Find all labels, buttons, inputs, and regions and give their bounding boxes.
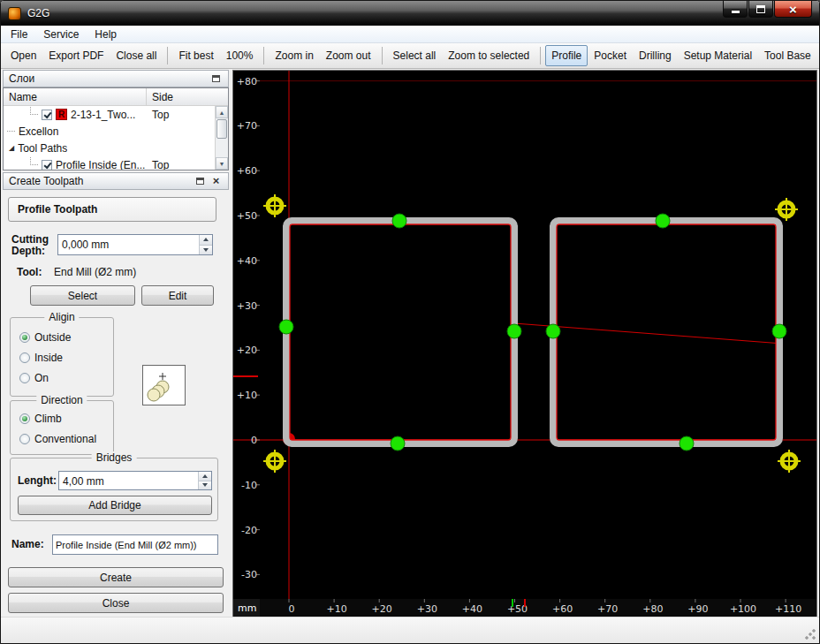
layer-name: 2-13-1_Two...	[71, 109, 135, 121]
minimize-button[interactable]	[723, 1, 748, 18]
layers-dock-title: Слои	[9, 72, 34, 85]
toolbar-button-profile[interactable]: Profile	[545, 45, 588, 66]
canvas-viewport[interactable]: 0+10+20+30+40+50+60+70+80+90+100+110+80+…	[233, 71, 816, 617]
layers-dock-float-button[interactable]	[209, 72, 223, 85]
cutting-depth-spinbox[interactable]: 0,000 mm	[57, 234, 213, 255]
tree-connector	[30, 157, 38, 165]
menu-service[interactable]: Service	[35, 27, 87, 42]
bridge-length-value[interactable]: 4,00 mm	[59, 472, 198, 489]
layer-visibility-checkbox[interactable]	[42, 110, 52, 120]
layers-scrollbar[interactable]: ▲ ▼	[215, 106, 228, 170]
y-ruler-label: +60	[237, 165, 257, 177]
close-icon: ×	[789, 3, 797, 16]
layer-row[interactable]: ◢Tool Paths	[4, 140, 228, 156]
maximize-icon	[756, 5, 765, 13]
radio-outside[interactable]: Outside	[19, 331, 113, 344]
close-panel-button[interactable]: Close	[8, 593, 224, 613]
toolbar-button-tool-base[interactable]: Tool Base	[758, 45, 817, 66]
spin-down-icon[interactable]	[200, 246, 212, 255]
toolbar-button-pocket[interactable]: Pocket	[588, 45, 633, 66]
align-group: Aligin Outside Inside On	[10, 317, 114, 397]
radio-conventional[interactable]: Conventional	[19, 433, 113, 445]
x-ruler-label: +60	[552, 603, 573, 615]
radio-checked-icon	[19, 332, 30, 343]
radio-label: Inside	[34, 352, 63, 364]
edit-tool-button[interactable]: Edit	[141, 285, 214, 306]
x-ruler-label: +100	[730, 603, 756, 615]
layer-name: Tool Paths	[18, 142, 67, 155]
radio-climb[interactable]: Climb	[19, 413, 113, 425]
layer-row[interactable]: R2-13-1_Two...Top	[4, 106, 228, 123]
layer-type-badge: R	[56, 109, 67, 120]
add-bridge-button[interactable]: Add Bridge	[18, 496, 212, 515]
layer-row[interactable]: Profile Inside (En...Top	[4, 156, 228, 170]
radio-on[interactable]: On	[19, 372, 113, 384]
select-tool-button[interactable]: Select	[30, 285, 135, 306]
toolbar-button-export-pdf[interactable]: Export PDF	[42, 45, 110, 66]
align-preview-image	[142, 365, 186, 405]
x-ruler-label: +20	[372, 603, 392, 615]
x-ruler-label: +30	[417, 603, 437, 615]
y-ruler-label: +50	[237, 210, 257, 222]
toolpath-dock-float-button[interactable]	[194, 175, 207, 187]
toolbar-separator	[167, 47, 168, 64]
toolbar-button-setup-material[interactable]: Setup Material	[678, 45, 758, 66]
column-header-name[interactable]: Name	[4, 88, 147, 105]
layer-visibility-checkbox[interactable]	[42, 160, 52, 170]
radio-label: On	[34, 372, 49, 384]
tree-expander-icon[interactable]: ◢	[9, 144, 14, 152]
toolbar-button-open[interactable]: Open	[4, 45, 42, 66]
bridge-length-spinbox[interactable]: 4,00 mm	[58, 471, 212, 490]
create-button[interactable]: Create	[8, 567, 224, 587]
titlebar[interactable]: G2G ×	[1, 1, 819, 26]
menu-file[interactable]: File	[3, 27, 35, 42]
toolbar-button-select-all[interactable]: Select all	[387, 45, 443, 66]
y-ruler-label: -20	[241, 525, 257, 536]
layer-name: Profile Inside (En...	[56, 159, 145, 171]
toolpath-dock-close-button[interactable]: ×	[209, 175, 223, 187]
resize-grip[interactable]	[804, 628, 816, 640]
toolbar-button-zoom-in[interactable]: Zoom in	[269, 45, 319, 66]
scroll-down-icon[interactable]: ▼	[216, 157, 228, 170]
toolbar-button-drilling[interactable]: Drilling	[633, 45, 678, 66]
layers-table: Name Side R2-13-1_Two...TopExcellon◢Tool…	[3, 87, 229, 170]
toolbar-button-fit-best[interactable]: Fit best	[172, 45, 219, 66]
tool-label: Tool:	[17, 266, 42, 278]
scroll-up-icon[interactable]: ▲	[216, 106, 228, 118]
spin-up-icon[interactable]	[200, 235, 212, 246]
radio-label: Conventional	[34, 433, 96, 445]
toolbar-button-zoom-out[interactable]: Zoom out	[320, 45, 377, 66]
window-controls: ×	[722, 1, 812, 18]
ruler-mark	[524, 599, 526, 607]
window-title: G2G	[27, 7, 49, 19]
direction-group-title: Direction	[36, 394, 87, 406]
toolpath-type-header: Profile Toolpath	[8, 197, 216, 222]
toolbar-button-zoom-to-selected[interactable]: Zoom to selected	[442, 45, 535, 66]
spin-down-icon[interactable]	[199, 481, 211, 490]
column-header-side[interactable]: Side	[147, 88, 228, 105]
y-ruler-label: +70	[237, 120, 257, 132]
toolpath-name-input[interactable]: Profile Inside (End Mill (Ø2 mm))	[52, 534, 218, 555]
spin-up-icon[interactable]	[199, 472, 211, 481]
layers-dock-titlebar[interactable]: Слои	[3, 70, 229, 87]
scrollbar-thumb[interactable]	[216, 119, 227, 139]
toolbar-separator	[540, 47, 541, 64]
menu-help[interactable]: Help	[87, 27, 125, 42]
profile-cut-line	[557, 224, 776, 440]
y-ruler-label: +20	[237, 345, 257, 356]
scrollbar-track[interactable]	[216, 118, 228, 157]
toolbar-button-close-all[interactable]: Close all	[110, 45, 163, 66]
ruler-mark	[512, 599, 513, 607]
maximize-button[interactable]	[748, 1, 773, 18]
cutting-depth-value[interactable]: 0,000 mm	[58, 235, 199, 254]
x-ruler-label: +70	[597, 603, 618, 615]
canvas[interactable]: 0+10+20+30+40+50+60+70+80+90+100+110+80+…	[232, 70, 817, 617]
radio-label: Outside	[34, 331, 71, 344]
y-ruler-label: -30	[241, 569, 257, 580]
toolpath-dock-titlebar[interactable]: Create Toolpath ×	[3, 172, 229, 190]
close-button[interactable]: ×	[774, 1, 812, 18]
radio-inside[interactable]: Inside	[19, 352, 113, 364]
bridge-point	[680, 436, 694, 451]
layer-row[interactable]: Excellon	[4, 123, 228, 140]
toolbar-button-100%[interactable]: 100%	[220, 45, 260, 66]
